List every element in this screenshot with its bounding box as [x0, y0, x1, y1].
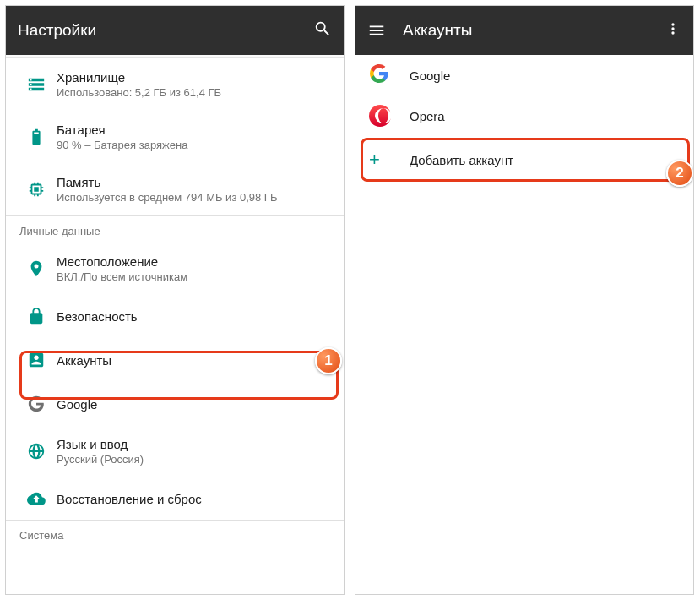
- google-title: Google: [57, 397, 330, 412]
- language-item[interactable]: Язык и ввод Русский (Россия): [6, 425, 344, 477]
- account-opera[interactable]: Opera: [355, 95, 693, 136]
- storage-sub: Использовано: 5,2 ГБ из 61,4 ГБ: [57, 86, 330, 99]
- location-icon: [16, 259, 57, 278]
- location-title: Местоположение: [57, 254, 330, 269]
- accounts-appbar: Аккаунты: [355, 6, 693, 55]
- accounts-item[interactable]: Аккаунты: [6, 339, 344, 381]
- backup-title: Восстановление и сброс: [57, 492, 330, 506]
- battery-icon: [16, 128, 57, 146]
- accounts-screen-title: Аккаунты: [403, 21, 472, 40]
- add-account-label: Добавить аккаунт: [410, 153, 513, 167]
- account-icon: [16, 351, 57, 369]
- memory-title: Память: [57, 175, 330, 189]
- google-item[interactable]: Google: [6, 383, 344, 425]
- security-item[interactable]: Безопасность: [6, 295, 344, 337]
- accounts-title: Аккаунты: [57, 353, 330, 368]
- language-sub: Русский (Россия): [57, 453, 330, 466]
- security-title: Безопасность: [57, 309, 330, 324]
- language-title: Язык и ввод: [57, 437, 330, 451]
- storage-item[interactable]: Хранилище Использовано: 5,2 ГБ из 61,4 Г…: [6, 58, 344, 111]
- battery-sub: 90 % – Батарея заряжена: [57, 139, 330, 151]
- account-google[interactable]: Google: [355, 55, 693, 95]
- account-opera-label: Opera: [410, 109, 445, 123]
- google-g-icon: [16, 395, 57, 413]
- backup-icon: [16, 489, 57, 508]
- settings-screen: Настройки Хранилище Использовано: 5,2 ГБ…: [5, 5, 345, 595]
- overflow-icon[interactable]: [665, 20, 681, 41]
- account-google-label: Google: [410, 68, 450, 83]
- location-sub: ВКЛ./По всем источникам: [57, 270, 330, 283]
- accounts-screen: Аккаунты Google Opera: [355, 5, 694, 595]
- badge-2: 2: [666, 160, 693, 187]
- memory-icon: [16, 180, 57, 199]
- location-item[interactable]: Местоположение ВКЛ./По всем источникам: [6, 243, 344, 295]
- add-account[interactable]: + Добавить аккаунт: [355, 139, 693, 180]
- hamburger-icon[interactable]: [367, 21, 386, 40]
- globe-icon: [16, 442, 57, 461]
- settings-appbar: Настройки: [6, 6, 344, 55]
- opera-icon: [369, 105, 391, 127]
- section-personal: Личные данные: [6, 216, 344, 243]
- section-system: Система: [6, 521, 344, 547]
- memory-sub: Используется в среднем 794 МБ из 0,98 ГБ: [57, 191, 330, 204]
- battery-item[interactable]: Батарея 90 % – Батарея заряжена: [6, 111, 344, 163]
- memory-item[interactable]: Память Используется в среднем 794 МБ из …: [6, 163, 344, 215]
- battery-title: Батарея: [57, 123, 330, 137]
- badge-1: 1: [315, 347, 342, 374]
- plus-icon: +: [369, 149, 380, 171]
- storage-title: Хранилище: [57, 70, 330, 85]
- settings-title: Настройки: [18, 21, 96, 40]
- google-color-icon: [369, 63, 389, 87]
- search-icon[interactable]: [313, 19, 332, 42]
- lock-icon: [16, 307, 57, 325]
- storage-icon: [16, 75, 57, 94]
- backup-item[interactable]: Восстановление и сброс: [6, 477, 344, 520]
